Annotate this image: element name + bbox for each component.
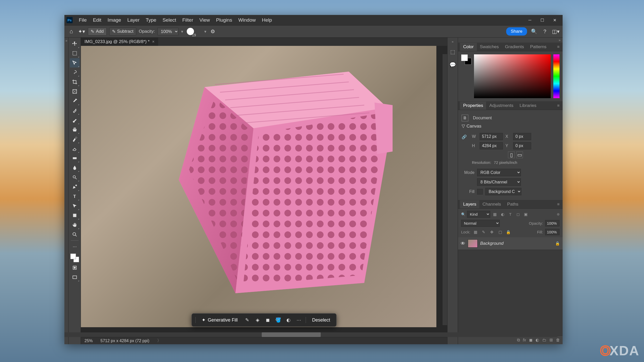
layer-fx-icon[interactable]: fx bbox=[523, 338, 526, 342]
color-swatches[interactable] bbox=[70, 253, 80, 263]
landscape-orientation-icon[interactable]: ▭ bbox=[516, 151, 523, 158]
gradient-tool[interactable] bbox=[70, 154, 80, 163]
layer-thumbnail[interactable] bbox=[468, 239, 478, 248]
lock-all-icon[interactable]: 🔒 bbox=[505, 229, 512, 235]
selection-tool-preset[interactable]: ✦▾ bbox=[78, 28, 85, 35]
maximize-button[interactable]: ☐ bbox=[536, 16, 548, 24]
link-dimensions-icon[interactable]: 🔗 bbox=[462, 131, 467, 139]
layers-panel-menu[interactable]: ≡ bbox=[556, 201, 561, 208]
menu-window[interactable]: Window bbox=[236, 16, 258, 24]
document-canvas[interactable] bbox=[81, 46, 436, 327]
lasso-tool[interactable] bbox=[70, 68, 80, 77]
horizontal-scrollbar[interactable] bbox=[64, 332, 557, 337]
settings-gear-icon[interactable]: ⚙ bbox=[209, 28, 217, 35]
lock-position-icon[interactable]: ✥ bbox=[489, 229, 495, 235]
healing-brush-tool[interactable] bbox=[70, 106, 80, 115]
tab-layers[interactable]: Layers bbox=[460, 200, 479, 208]
canvas-width-input[interactable] bbox=[480, 133, 503, 140]
blend-mode-select[interactable]: Normal bbox=[461, 220, 500, 227]
opacity-select[interactable]: 100% bbox=[157, 28, 179, 35]
menu-select[interactable]: Select bbox=[160, 16, 179, 24]
new-layer-icon[interactable]: ⊞ bbox=[549, 338, 553, 342]
tab-properties[interactable]: Properties bbox=[460, 102, 486, 110]
shape-tool[interactable] bbox=[70, 211, 80, 220]
menu-file[interactable]: File bbox=[76, 16, 89, 24]
eraser-tool[interactable] bbox=[70, 144, 80, 153]
fill-select[interactable]: Background Color bbox=[485, 188, 521, 195]
color-fg-bg-swatch[interactable] bbox=[461, 54, 471, 65]
ctx-select-subject-icon[interactable]: ◈ bbox=[253, 316, 262, 324]
layer-name[interactable]: Background bbox=[480, 241, 553, 246]
tab-paths[interactable]: Paths bbox=[504, 200, 521, 208]
properties-panel-menu[interactable]: ≡ bbox=[556, 102, 561, 109]
adjustment-layer-icon[interactable]: ◐ bbox=[536, 338, 539, 342]
delete-layer-icon[interactable]: 🗑 bbox=[556, 338, 560, 342]
layer-filter-kind[interactable]: Kind bbox=[467, 211, 490, 218]
tab-gradients[interactable]: Gradients bbox=[502, 43, 527, 51]
tab-close-icon[interactable]: × bbox=[152, 39, 155, 44]
crop-tool[interactable] bbox=[70, 77, 80, 87]
screen-mode-tool[interactable] bbox=[70, 273, 80, 282]
history-brush-tool[interactable] bbox=[70, 134, 80, 144]
add-to-selection-button[interactable]: ✎ Add bbox=[88, 28, 106, 36]
color-panel-menu[interactable]: ≡ bbox=[556, 44, 561, 50]
clone-stamp-tool[interactable] bbox=[70, 125, 80, 134]
filter-smart-icon[interactable]: ▣ bbox=[523, 211, 529, 217]
ctx-remove-background-icon[interactable]: ◼ bbox=[264, 316, 272, 324]
quick-mask-tool[interactable] bbox=[70, 263, 80, 272]
layer-locked-icon[interactable]: 🔒 bbox=[555, 241, 560, 246]
canvas-height-input[interactable] bbox=[480, 142, 503, 149]
menu-type[interactable]: Type bbox=[143, 16, 159, 24]
bit-depth-select[interactable]: 8 Bits/Channel bbox=[477, 178, 521, 186]
layer-visibility-icon[interactable]: 👁 bbox=[461, 241, 465, 246]
blur-tool[interactable] bbox=[70, 163, 80, 172]
pen-tool[interactable] bbox=[70, 182, 80, 191]
foreground-color-swatch[interactable] bbox=[70, 254, 76, 259]
canvas-x-input[interactable] bbox=[513, 133, 531, 140]
tab-libraries[interactable]: Libraries bbox=[516, 102, 539, 110]
canvas-section[interactable]: ▽ Canvas bbox=[462, 123, 559, 129]
comments-icon[interactable]: 💬 bbox=[448, 60, 457, 69]
lock-transparency-icon[interactable]: ▦ bbox=[472, 229, 479, 235]
frame-tool[interactable] bbox=[70, 87, 80, 96]
vertical-scrollbar[interactable] bbox=[443, 54, 447, 325]
edit-toolbar[interactable]: ⋯ bbox=[70, 242, 80, 251]
hand-tool[interactable] bbox=[70, 220, 80, 230]
hue-slider[interactable] bbox=[553, 54, 560, 98]
share-button[interactable]: Share bbox=[506, 27, 527, 36]
filter-shape-icon[interactable]: ◻ bbox=[515, 211, 521, 217]
portrait-orientation-icon[interactable]: ▯ bbox=[508, 151, 515, 158]
deselect-button[interactable]: Deselect bbox=[309, 316, 334, 324]
menu-filter[interactable]: Filter bbox=[180, 16, 196, 24]
help-icon[interactable]: ? bbox=[541, 28, 549, 35]
layer-group-icon[interactable]: 🗀 bbox=[542, 338, 546, 342]
search-icon[interactable]: 🔍 bbox=[530, 28, 538, 35]
ctx-fill-icon[interactable]: 🪣 bbox=[274, 316, 283, 324]
color-mode-select[interactable]: RGB Color bbox=[477, 169, 521, 176]
menu-layer[interactable]: Layer bbox=[125, 16, 142, 24]
menu-view[interactable]: View bbox=[197, 16, 213, 24]
menu-plugins[interactable]: Plugins bbox=[214, 16, 235, 24]
minimize-button[interactable]: ─ bbox=[524, 16, 536, 24]
menu-image[interactable]: Image bbox=[105, 16, 124, 24]
close-button[interactable]: ✕ bbox=[549, 16, 561, 24]
dodge-tool[interactable] bbox=[70, 173, 80, 182]
document-tab[interactable]: IMG_0233.jpg @ 25% (RGB/8*) * × bbox=[81, 38, 158, 46]
generative-fill-button[interactable]: ✦ Generative Fill bbox=[198, 316, 241, 324]
canvas-y-input[interactable] bbox=[513, 142, 531, 149]
panel-icon-1[interactable]: ⬚ bbox=[449, 47, 457, 56]
link-layers-icon[interactable]: ⧉ bbox=[517, 338, 520, 342]
layer-item-background[interactable]: 👁 Background 🔒 bbox=[458, 237, 563, 250]
subtract-from-selection-button[interactable]: ✎ Subtract bbox=[109, 28, 136, 36]
menu-edit[interactable]: Edit bbox=[90, 16, 104, 24]
filter-pixel-icon[interactable]: ▦ bbox=[492, 211, 498, 217]
tab-channels[interactable]: Channels bbox=[479, 200, 504, 208]
zoom-level[interactable]: 25% bbox=[84, 339, 93, 343]
path-selection-tool[interactable] bbox=[70, 201, 80, 211]
object-selection-tool[interactable] bbox=[70, 58, 80, 68]
layer-mask-icon[interactable]: ◼ bbox=[529, 338, 532, 342]
canvas-viewport[interactable]: ✦ Generative Fill ✎ ◈ ◼ 🪣 ◐ ⋯ Deselect bbox=[81, 46, 447, 337]
layer-opacity-input[interactable] bbox=[545, 220, 560, 226]
tab-adjustments[interactable]: Adjustments bbox=[486, 102, 516, 110]
eyedropper-tool[interactable] bbox=[70, 96, 80, 106]
